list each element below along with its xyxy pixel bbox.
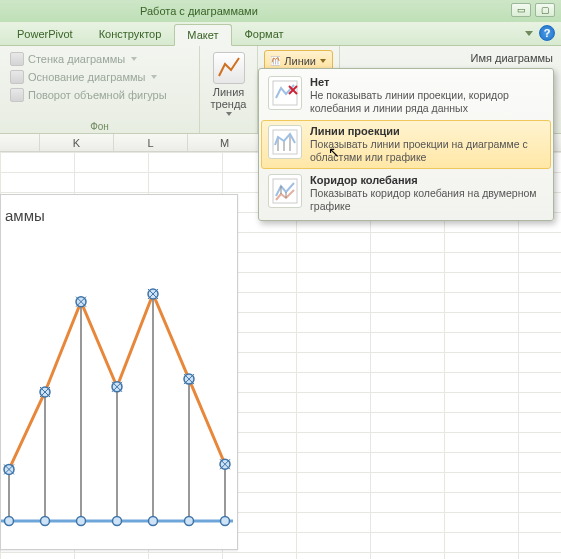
menu-item-title: Нет: [310, 76, 544, 88]
contextual-titlebar: Работа с диаграммами ▭ ▢: [0, 0, 561, 22]
help-icon[interactable]: ?: [539, 25, 555, 41]
embedded-chart[interactable]: аммы: [0, 194, 238, 550]
svg-point-36: [113, 517, 122, 526]
column-header-m[interactable]: M: [188, 134, 262, 151]
column-header-k[interactable]: K: [40, 134, 114, 151]
svg-point-33: [5, 517, 14, 526]
ribbon-minimize-icon[interactable]: [525, 31, 533, 36]
chart-title[interactable]: аммы: [1, 195, 237, 224]
menu-item-desc: Показывать коридор колебания на двумерно…: [310, 187, 544, 213]
chart-name-label: Имя диаграммы: [471, 52, 553, 64]
svg-point-37: [149, 517, 158, 526]
rotate-3d-label: Поворот объемной фигуры: [28, 89, 167, 101]
group-background-label: Фон: [0, 121, 199, 132]
group-analysis-trend: Линия тренда: [200, 46, 258, 133]
chart-floor-label: Основание диаграммы: [28, 71, 145, 83]
svg-point-38: [185, 517, 194, 526]
menu-item-desc: Показывать линии проекции на диаграмме с…: [310, 138, 544, 164]
tab-constructor[interactable]: Конструктор: [86, 23, 175, 45]
window-controls: ▭ ▢: [511, 3, 555, 17]
column-header[interactable]: [0, 134, 40, 151]
trendline-button[interactable]: Линия тренда: [201, 50, 257, 118]
lines-dropdown-menu: Нет Не показывать линии проекции, коридо…: [258, 68, 554, 221]
menu-item-title: Коридор колебания: [310, 174, 544, 186]
trendline-icon: [213, 52, 245, 84]
ribbon-tabs: PowerPivot Конструктор Макет Формат ?: [0, 22, 561, 46]
svg-point-39: [221, 517, 230, 526]
chart-wall-button[interactable]: Стенка диаграммы: [6, 50, 193, 68]
help-area: ?: [525, 25, 555, 41]
chart-floor-icon: [10, 70, 24, 84]
plot-area[interactable]: [1, 255, 231, 531]
trendline-label: Линия тренда: [203, 86, 255, 110]
lines-none-icon: [268, 76, 302, 110]
menu-item-drop-lines[interactable]: Линии проекции Показывать линии проекции…: [261, 120, 551, 169]
menu-item-title: Линии проекции: [310, 125, 544, 137]
chart-svg: [1, 255, 233, 533]
rotate-3d-icon: [10, 88, 24, 102]
lines-highlow-icon: [268, 174, 302, 208]
svg-point-35: [77, 517, 86, 526]
tab-format[interactable]: Формат: [232, 23, 297, 45]
menu-item-highlow-lines[interactable]: Коридор колебания Показывать коридор кол…: [261, 169, 551, 218]
lines-label: Линии: [284, 55, 316, 67]
lines-droplines-icon: [268, 125, 302, 159]
window-button[interactable]: ▢: [535, 3, 555, 17]
chart-wall-label: Стенка диаграммы: [28, 53, 125, 65]
group-background: Стенка диаграммы Основание диаграммы Пов…: [0, 46, 200, 133]
chart-wall-icon: [10, 52, 24, 66]
rotate-3d-button[interactable]: Поворот объемной фигуры: [6, 86, 193, 104]
menu-item-desc: Не показывать линии проекции, коридор ко…: [310, 89, 544, 115]
lines-icon: [271, 53, 280, 69]
column-header-l[interactable]: L: [114, 134, 188, 151]
tab-powerpivot[interactable]: PowerPivot: [4, 23, 86, 45]
tab-layout[interactable]: Макет: [174, 24, 231, 46]
svg-point-34: [41, 517, 50, 526]
chart-floor-button[interactable]: Основание диаграммы: [6, 68, 193, 86]
contextual-tools-label: Работа с диаграммами: [130, 3, 268, 19]
menu-item-none[interactable]: Нет Не показывать линии проекции, коридо…: [261, 71, 551, 120]
minimize-ribbon-button[interactable]: ▭: [511, 3, 531, 17]
